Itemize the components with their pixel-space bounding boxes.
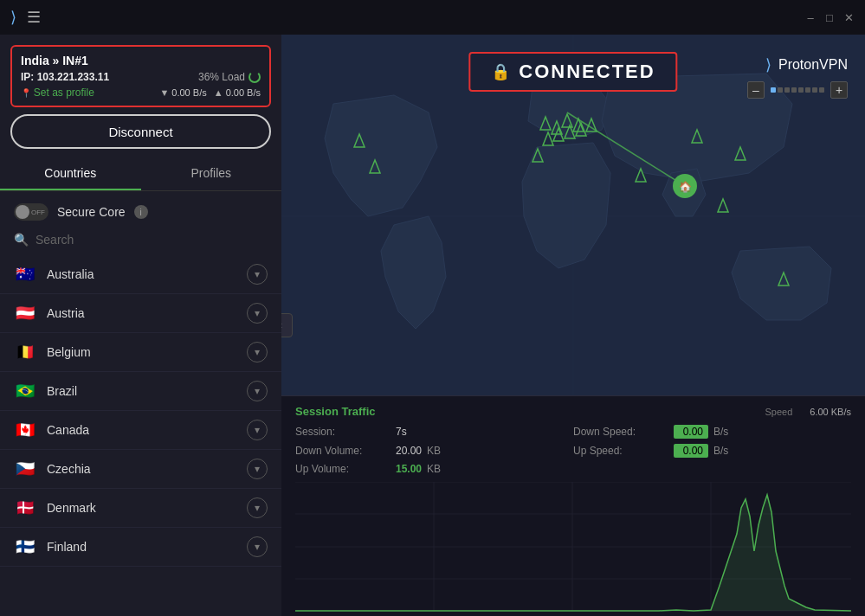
proton-name: ProtonVPN: [778, 57, 848, 73]
load-value: 36% Load: [198, 71, 245, 83]
zoom-out-button[interactable]: –: [747, 81, 765, 99]
list-item[interactable]: 🇦🇺 Australia ▾: [0, 255, 281, 294]
proton-logo-area: ⟩ ProtonVPN – +: [747, 55, 848, 99]
tab-profiles[interactable]: Profiles: [141, 157, 282, 190]
secure-core-row: OFF Secure Core i: [0, 198, 281, 229]
country-expand-button[interactable]: ▾: [247, 381, 268, 401]
country-name: Finland: [47, 540, 236, 554]
list-item[interactable]: 🇧🇷 Brazil ▾: [0, 372, 281, 411]
country-flag-icon: 🇨🇦: [14, 422, 36, 438]
tabs: Countries Profiles: [0, 157, 281, 191]
lock-icon: 🔒: [491, 62, 510, 81]
connected-text: CONNECTED: [519, 61, 655, 83]
country-flag-icon: 🇫🇮: [14, 539, 36, 555]
zoom-dot: [805, 87, 810, 93]
country-name: Austria: [47, 306, 236, 320]
search-input[interactable]: [36, 233, 268, 247]
list-item[interactable]: 🇧🇪 Belgium ▾: [0, 333, 281, 372]
down-volume-label: Down Volume:: [295, 445, 391, 457]
country-list: 🇦🇺 Australia ▾ 🇦🇹 Austria ▾ 🇧🇪 Belgium ▾…: [0, 255, 281, 616]
ip-info: IP: 103.221.233.11: [21, 71, 109, 83]
info-icon[interactable]: i: [134, 205, 148, 219]
menu-icon[interactable]: ☰: [27, 8, 41, 27]
ip-load-row: IP: 103.221.233.11 36% Load: [21, 71, 261, 83]
list-item[interactable]: 🇨🇦 Canada ▾: [0, 411, 281, 450]
maximize-button[interactable]: □: [823, 11, 836, 23]
speed-chart: [295, 482, 851, 612]
zoom-controls: – +: [747, 81, 848, 99]
map-container[interactable]: 🏠: [281, 35, 865, 398]
country-name: Denmark: [47, 501, 236, 515]
country-flag-icon: 🇧🇪: [14, 344, 36, 360]
up-volume-unit: KB: [427, 463, 441, 475]
toggle-circle: [16, 205, 29, 219]
speed-label: Speed: [765, 407, 792, 417]
zoom-dot: [812, 87, 817, 93]
session-traffic-label: Session Traffic: [295, 405, 375, 418]
list-item[interactable]: 🇩🇰 Denmark ▾: [0, 489, 281, 528]
country-expand-button[interactable]: ▾: [247, 342, 268, 363]
zoom-dot: [798, 87, 804, 93]
down-volume-unit: KB: [427, 445, 441, 457]
country-flag-icon: 🇦🇺: [14, 266, 36, 282]
country-flag-icon: 🇧🇷: [14, 383, 36, 399]
list-item[interactable]: 🇫🇮 Finland ▾: [0, 528, 281, 567]
down-volume-value: 20.00: [396, 445, 422, 457]
country-expand-button[interactable]: ▾: [247, 459, 268, 479]
connected-badge: 🔒 CONNECTED: [468, 52, 677, 92]
disconnect-button[interactable]: Disconnect: [10, 114, 271, 149]
right-panel: ‹: [281, 35, 865, 616]
collapse-panel-button[interactable]: ‹: [281, 313, 293, 337]
secure-core-toggle[interactable]: OFF: [14, 203, 48, 221]
up-volume-value: 15.00: [396, 463, 422, 475]
toggle-label: OFF: [31, 209, 45, 216]
up-volume-label: Up Volume:: [295, 463, 391, 475]
country-name: Czechia: [47, 462, 236, 476]
down-speed-label: Down Speed:: [573, 426, 668, 438]
country-name: Brazil: [47, 384, 236, 398]
minimize-button[interactable]: –: [804, 11, 817, 23]
zoom-dot: [771, 87, 776, 93]
load-info: 36% Load: [198, 71, 261, 83]
down-speed-display: 0.00 B/s: [159, 87, 206, 98]
zoom-dot: [791, 87, 797, 93]
close-button[interactable]: ✕: [842, 11, 855, 23]
load-circle-icon: [249, 71, 261, 83]
country-expand-button[interactable]: ▾: [247, 497, 268, 518]
session-label: Session:: [295, 426, 391, 438]
country-expand-button[interactable]: ▾: [247, 264, 268, 285]
country-expand-button[interactable]: ▾: [247, 536, 268, 557]
titlebar-left: ⟩ ☰: [10, 8, 41, 27]
up-speed-display: 0.00 B/s: [214, 87, 261, 98]
country-flag-icon: 🇦🇹: [14, 305, 36, 321]
zoom-in-button[interactable]: +: [830, 81, 848, 99]
search-row: 🔍: [0, 229, 281, 255]
list-item[interactable]: 🇨🇿 Czechia ▾: [0, 450, 281, 489]
country-expand-button[interactable]: ▾: [247, 303, 268, 324]
proton-icon: ⟩: [765, 55, 771, 74]
up-speed-label: Up Speed:: [573, 445, 668, 457]
country-name: Australia: [47, 267, 236, 281]
ip-label: IP:: [21, 71, 34, 83]
profile-speed-row: Set as profile 0.00 B/s 0.00 B/s: [21, 87, 261, 99]
zoom-dot: [784, 87, 790, 93]
left-panel: India » IN#1 IP: 103.221.233.11 36% Load…: [0, 35, 281, 616]
country-flag-icon: 🇩🇰: [14, 500, 36, 516]
speed-max-value: 6.00 KB/s: [810, 407, 851, 417]
up-speed-unit: B/s: [713, 445, 728, 457]
speed-display: 0.00 B/s 0.00 B/s: [159, 87, 261, 98]
stats-panel: Session Traffic Speed 6.00 KB/s Session:…: [281, 395, 865, 616]
zoom-dots: [767, 87, 828, 93]
country-expand-button[interactable]: ▾: [247, 420, 268, 440]
country-name: Belgium: [47, 345, 236, 359]
proton-logo: ⟩ ProtonVPN: [765, 55, 848, 74]
country-flag-icon: 🇨🇿: [14, 461, 36, 477]
down-speed-value: 0.00: [674, 425, 708, 439]
set-as-profile-button[interactable]: Set as profile: [21, 87, 94, 99]
session-value: 7s: [396, 426, 407, 438]
app-logo-icon: ⟩: [10, 8, 16, 27]
window-controls: – □ ✕: [804, 11, 855, 23]
connection-info-box: India » IN#1 IP: 103.221.233.11 36% Load…: [10, 45, 271, 107]
tab-countries[interactable]: Countries: [0, 157, 141, 190]
list-item[interactable]: 🇦🇹 Austria ▾: [0, 294, 281, 333]
